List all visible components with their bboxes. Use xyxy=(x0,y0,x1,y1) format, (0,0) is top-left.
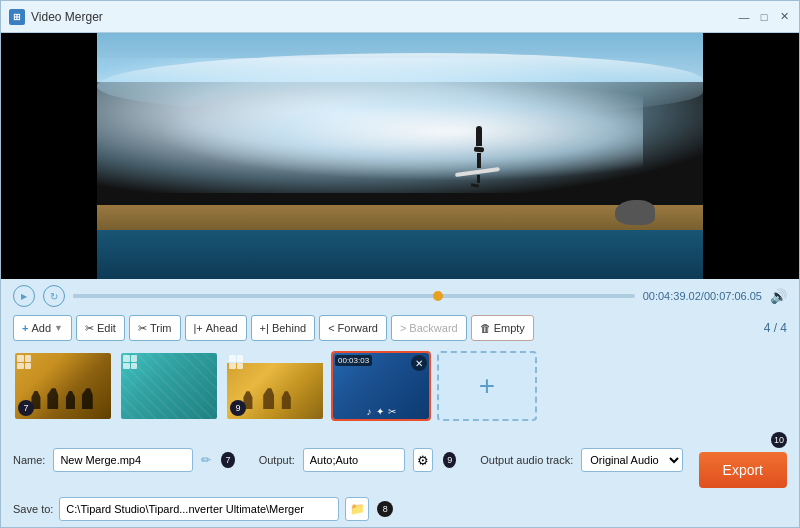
audio-label: Output audio track: xyxy=(480,454,573,466)
folder-icon: 📁 xyxy=(350,502,365,516)
clip-badge-7: 7 xyxy=(18,400,34,416)
edit-name-icon[interactable]: ✏ xyxy=(201,453,211,467)
behind-button[interactable]: +| Behind xyxy=(251,315,316,341)
cut-icon-small: ✂ xyxy=(388,406,396,417)
progress-thumb[interactable] xyxy=(433,291,443,301)
progress-fill xyxy=(73,294,438,298)
clip-close-4[interactable]: ✕ xyxy=(411,355,427,371)
time-display: 00:04:39.02/00:07:06.05 xyxy=(643,290,762,302)
progress-section: ▶ ↻ 00:04:39.02/00:07:06.05 🔊 xyxy=(1,279,799,311)
badge-7: 7 xyxy=(221,452,234,468)
volume-icon[interactable]: 🔊 xyxy=(770,288,787,304)
forward-icon: < xyxy=(328,322,334,334)
main-window: ⊞ Video Merger — □ ✕ xyxy=(0,0,800,528)
backward-button[interactable]: > Backward xyxy=(391,315,467,341)
settings-icon-small: ✦ xyxy=(376,406,384,417)
output-settings-button[interactable]: ⚙ xyxy=(413,448,433,472)
behind-icon: +| xyxy=(260,322,269,334)
forward-button[interactable]: < Forward xyxy=(319,315,387,341)
grid-icon-2 xyxy=(123,355,137,369)
add-clip-button[interactable]: + xyxy=(437,351,537,421)
save-label: Save to: xyxy=(13,503,53,515)
video-player xyxy=(1,33,799,279)
clip-item-1[interactable]: 7 xyxy=(13,351,113,421)
window-controls: — □ ✕ xyxy=(737,10,791,24)
trash-icon: 🗑 xyxy=(480,322,491,334)
clip-count: 4 / 4 xyxy=(764,321,787,335)
minimize-button[interactable]: — xyxy=(737,10,751,24)
close-button[interactable]: ✕ xyxy=(777,10,791,24)
maximize-button[interactable]: □ xyxy=(757,10,771,24)
play-button[interactable]: ▶ xyxy=(13,285,35,307)
toolbar: + + Add Add ▼ ✂ Edit ✂ Trim |+ |+ Ahead … xyxy=(1,311,799,345)
trim-button[interactable]: ✂ Trim xyxy=(129,315,181,341)
add-icon: + xyxy=(22,322,28,334)
badge-8: 8 xyxy=(377,501,393,517)
title-bar: ⊞ Video Merger — □ ✕ xyxy=(1,1,799,33)
save-row: Save to: 📁 8 xyxy=(1,493,799,527)
scissors-icon: ✂ xyxy=(85,322,94,335)
clips-area: 7 xyxy=(1,345,799,427)
app-icon: ⊞ xyxy=(9,9,25,25)
export-button[interactable]: Export xyxy=(699,452,787,488)
ahead-icon: |+ xyxy=(194,322,203,334)
badge-10: 10 xyxy=(771,432,787,448)
clip-badge-9: 9 xyxy=(230,400,246,416)
backward-icon: > xyxy=(400,322,406,334)
ahead-button[interactable]: |+ |+ Ahead Ahead xyxy=(185,315,247,341)
audio-track-select[interactable]: Original Audio xyxy=(581,448,682,472)
name-input[interactable] xyxy=(53,448,193,472)
trim-icon: ✂ xyxy=(138,322,147,335)
edit-button[interactable]: ✂ Edit xyxy=(76,315,125,341)
loop-button[interactable]: ↻ xyxy=(43,285,65,307)
plus-icon: + xyxy=(479,370,495,402)
clip-item-3[interactable]: 9 xyxy=(225,351,325,421)
add-button[interactable]: + + Add Add ▼ xyxy=(13,315,72,341)
name-label: Name: xyxy=(13,454,45,466)
empty-button[interactable]: 🗑 🗑 Empty Empty xyxy=(471,315,534,341)
gear-icon: ⚙ xyxy=(417,453,429,468)
badge-9: 9 xyxy=(443,452,456,468)
grid-icon-3 xyxy=(229,355,243,369)
clip-icons-4: ♪ ✦ ✂ xyxy=(367,406,396,417)
grid-icon-1 xyxy=(17,355,31,369)
output-label: Output: xyxy=(259,454,295,466)
clip-time-4: 00:03:03 xyxy=(335,355,372,366)
window-title: Video Merger xyxy=(31,10,737,24)
progress-bar[interactable] xyxy=(73,294,635,298)
controls-area: ▶ ↻ 00:04:39.02/00:07:06.05 🔊 + + Add Ad… xyxy=(1,279,799,527)
save-path-input[interactable] xyxy=(59,497,339,521)
clip-item-2[interactable] xyxy=(119,351,219,421)
settings-row-1: Name: ✏ 7 Output: Auto;Auto ⚙ 9 Output a… xyxy=(1,427,799,493)
browse-folder-button[interactable]: 📁 xyxy=(345,497,369,521)
output-display: Auto;Auto xyxy=(303,448,405,472)
clip-item-4[interactable]: 00:03:03 ✕ ♪ ✦ ✂ xyxy=(331,351,431,421)
app-icon-text: ⊞ xyxy=(13,12,21,22)
audio-icon: ♪ xyxy=(367,406,372,417)
